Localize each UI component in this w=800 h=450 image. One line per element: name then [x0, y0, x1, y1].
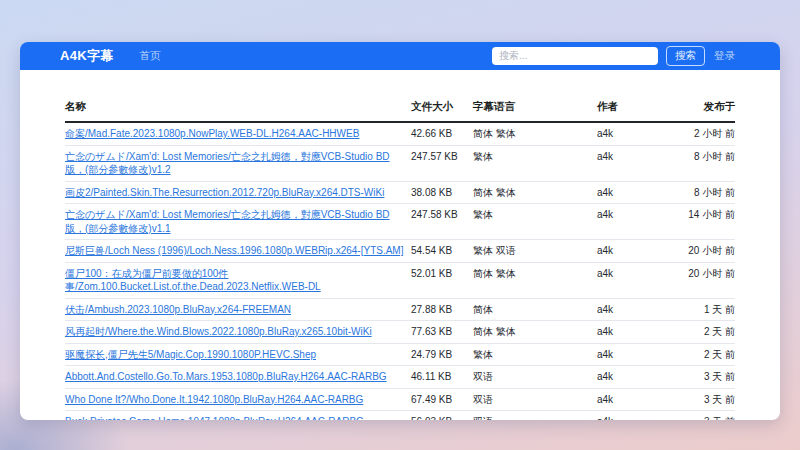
- table-row: 驱魔探长,僵尸先生5/Magic.Cop.1990.1080P.HEVC.She…: [65, 343, 735, 366]
- subtitle-link[interactable]: 驱魔探长,僵尸先生5/Magic.Cop.1990.1080P.HEVC.She…: [65, 349, 316, 360]
- nav-home-link[interactable]: 首页: [140, 49, 161, 63]
- file-size-cell: 67.49 KB: [411, 388, 473, 411]
- table-row: 亡念のザムド/Xam'd: Lost Memories/亡念之扎姆德，對應VCB…: [65, 145, 735, 181]
- name-cell: 命案/Mad.Fate.2023.1080p.NowPlay.WEB-DL.H2…: [65, 122, 411, 145]
- subtitle-link[interactable]: 伏击/Ambush.2023.1080p.BluRay.x264-FREEMAN: [65, 304, 291, 315]
- table-header-row: 名称文件大小字幕语言作者发布于: [65, 94, 735, 122]
- author-cell: a4k: [597, 411, 661, 421]
- subtitle-link[interactable]: Buck.Privates.Come.Home.1947.1080p.BluRa…: [65, 416, 364, 420]
- published-at-cell: 1 天 前: [661, 298, 735, 321]
- languages-cell: 繁体 双语: [473, 240, 597, 263]
- file-size-cell: 77.63 KB: [411, 321, 473, 344]
- content-area: 名称文件大小字幕语言作者发布于 命案/Mad.Fate.2023.1080p.N…: [20, 70, 780, 420]
- published-at-cell: 20 小时 前: [661, 240, 735, 263]
- table-row: 僵尸100：在成为僵尸前要做的100件事/Zom.100.Bucket.List…: [65, 262, 735, 298]
- languages-cell: 繁体: [473, 343, 597, 366]
- name-cell: 僵尸100：在成为僵尸前要做的100件事/Zom.100.Bucket.List…: [65, 262, 411, 298]
- subtitle-link[interactable]: 尼斯巨兽/Loch Ness (1996)/Loch.Ness.1996.108…: [65, 245, 403, 256]
- author-cell: a4k: [597, 262, 661, 298]
- author-cell: a4k: [597, 321, 661, 344]
- navbar: A4K字幕 首页 搜索 登录: [20, 42, 780, 70]
- name-cell: 画皮2/Painted.Skin.The.Resurrection.2012.7…: [65, 181, 411, 204]
- brand[interactable]: A4K字幕: [60, 47, 114, 65]
- table-row: Who Done It?/Who.Done.It.1942.1080p.BluR…: [65, 388, 735, 411]
- published-at-cell: 8 小时 前: [661, 181, 735, 204]
- published-at-cell: 2 小时 前: [661, 122, 735, 145]
- name-cell: 亡念のザムド/Xam'd: Lost Memories/亡念之扎姆德，對應VCB…: [65, 204, 411, 240]
- navbar-right-group: 搜索 登录: [492, 46, 735, 66]
- author-cell: a4k: [597, 204, 661, 240]
- published-at-cell: 3 天 前: [661, 366, 735, 389]
- file-size-cell: 24.79 KB: [411, 343, 473, 366]
- languages-cell: 繁体: [473, 145, 597, 181]
- subtitle-link[interactable]: 僵尸100：在成为僵尸前要做的100件事/Zom.100.Bucket.List…: [65, 268, 321, 293]
- published-at-cell: 14 小时 前: [661, 204, 735, 240]
- author-cell: a4k: [597, 388, 661, 411]
- author-cell: a4k: [597, 298, 661, 321]
- table-row: 伏击/Ambush.2023.1080p.BluRay.x264-FREEMAN…: [65, 298, 735, 321]
- column-header: 作者: [597, 94, 661, 122]
- name-cell: 亡念のザムド/Xam'd: Lost Memories/亡念之扎姆德，對應VCB…: [65, 145, 411, 181]
- author-cell: a4k: [597, 366, 661, 389]
- table-row: 尼斯巨兽/Loch Ness (1996)/Loch.Ness.1996.108…: [65, 240, 735, 263]
- name-cell: Buck.Privates.Come.Home.1947.1080p.BluRa…: [65, 411, 411, 421]
- languages-cell: 双语: [473, 411, 597, 421]
- name-cell: Abbott.And.Costello.Go.To.Mars.1953.1080…: [65, 366, 411, 389]
- file-size-cell: 247.58 KB: [411, 204, 473, 240]
- languages-cell: 简体 繁体: [473, 122, 597, 145]
- name-cell: 尼斯巨兽/Loch Ness (1996)/Loch.Ness.1996.108…: [65, 240, 411, 263]
- column-header: 发布于: [661, 94, 735, 122]
- column-header: 文件大小: [411, 94, 473, 122]
- author-cell: a4k: [597, 181, 661, 204]
- name-cell: 驱魔探长,僵尸先生5/Magic.Cop.1990.1080P.HEVC.She…: [65, 343, 411, 366]
- published-at-cell: 2 天 前: [661, 321, 735, 344]
- name-cell: 伏击/Ambush.2023.1080p.BluRay.x264-FREEMAN: [65, 298, 411, 321]
- published-at-cell: 3 天 前: [661, 411, 735, 421]
- subtitle-link[interactable]: 画皮2/Painted.Skin.The.Resurrection.2012.7…: [65, 187, 384, 198]
- table-row: Buck.Privates.Come.Home.1947.1080p.BluRa…: [65, 411, 735, 421]
- file-size-cell: 52.01 KB: [411, 262, 473, 298]
- languages-cell: 双语: [473, 388, 597, 411]
- author-cell: a4k: [597, 240, 661, 263]
- languages-cell: 简体: [473, 298, 597, 321]
- file-size-cell: 27.88 KB: [411, 298, 473, 321]
- published-at-cell: 3 天 前: [661, 388, 735, 411]
- published-at-cell: 2 天 前: [661, 343, 735, 366]
- published-at-cell: 8 小时 前: [661, 145, 735, 181]
- file-size-cell: 54.54 KB: [411, 240, 473, 263]
- column-header: 字幕语言: [473, 94, 597, 122]
- subtitle-link[interactable]: Abbott.And.Costello.Go.To.Mars.1953.1080…: [65, 371, 387, 382]
- name-cell: 风再起时/Where.the.Wind.Blows.2022.1080p.Blu…: [65, 321, 411, 344]
- subtitle-link[interactable]: 亡念のザムド/Xam'd: Lost Memories/亡念之扎姆德，對應VCB…: [65, 209, 390, 234]
- name-cell: Who Done It?/Who.Done.It.1942.1080p.BluR…: [65, 388, 411, 411]
- login-link[interactable]: 登录: [714, 49, 735, 63]
- languages-cell: 简体 繁体: [473, 181, 597, 204]
- table-row: Abbott.And.Costello.Go.To.Mars.1953.1080…: [65, 366, 735, 389]
- file-size-cell: 42.66 KB: [411, 122, 473, 145]
- languages-cell: 简体 繁体: [473, 262, 597, 298]
- table-row: 风再起时/Where.the.Wind.Blows.2022.1080p.Blu…: [65, 321, 735, 344]
- search-button[interactable]: 搜索: [666, 46, 705, 66]
- file-size-cell: 38.08 KB: [411, 181, 473, 204]
- author-cell: a4k: [597, 122, 661, 145]
- author-cell: a4k: [597, 145, 661, 181]
- table-row: 亡念のザムド/Xam'd: Lost Memories/亡念之扎姆德，對應VCB…: [65, 204, 735, 240]
- subtitles-table: 名称文件大小字幕语言作者发布于 命案/Mad.Fate.2023.1080p.N…: [65, 94, 735, 420]
- table-row: 画皮2/Painted.Skin.The.Resurrection.2012.7…: [65, 181, 735, 204]
- author-cell: a4k: [597, 343, 661, 366]
- subtitle-link[interactable]: Who Done It?/Who.Done.It.1942.1080p.BluR…: [65, 394, 363, 405]
- file-size-cell: 56.93 KB: [411, 411, 473, 421]
- main-card: A4K字幕 首页 搜索 登录 名称文件大小字幕语言作者发布于 命案/Mad.Fa…: [20, 42, 780, 420]
- table-row: 命案/Mad.Fate.2023.1080p.NowPlay.WEB-DL.H2…: [65, 122, 735, 145]
- languages-cell: 双语: [473, 366, 597, 389]
- column-header: 名称: [65, 94, 411, 122]
- published-at-cell: 20 小时 前: [661, 262, 735, 298]
- languages-cell: 繁体: [473, 204, 597, 240]
- subtitle-link[interactable]: 亡念のザムド/Xam'd: Lost Memories/亡念之扎姆德，對應VCB…: [65, 151, 390, 176]
- subtitle-link[interactable]: 风再起时/Where.the.Wind.Blows.2022.1080p.Blu…: [65, 326, 372, 337]
- search-input[interactable]: [492, 47, 658, 65]
- file-size-cell: 46.11 KB: [411, 366, 473, 389]
- languages-cell: 简体 繁体: [473, 321, 597, 344]
- file-size-cell: 247.57 KB: [411, 145, 473, 181]
- subtitle-link[interactable]: 命案/Mad.Fate.2023.1080p.NowPlay.WEB-DL.H2…: [65, 128, 359, 139]
